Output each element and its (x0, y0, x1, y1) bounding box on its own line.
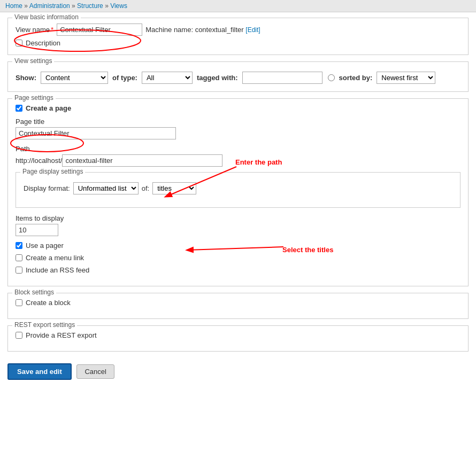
description-label: Description (26, 39, 60, 47)
view-basic-info-section: View basic information View name* Machin… (7, 18, 469, 55)
page-content: View basic information View name* Machin… (0, 12, 476, 391)
create-menu-link-row: Create a menu link (16, 254, 460, 262)
use-pager-row: Use a pager (16, 241, 460, 250)
provide-rest-row: Provide a REST export (16, 331, 460, 339)
create-block-label: Create a block (26, 299, 71, 307)
use-pager-label: Use a pager (26, 241, 64, 250)
block-settings-section: Block settings Create a block (7, 293, 469, 319)
path-base: http://localhost/ (16, 157, 62, 165)
show-label: Show: (16, 74, 36, 82)
of-select[interactable]: titles teasers full posts (152, 182, 196, 194)
page-title-row: Page title (16, 118, 460, 139)
description-checkbox[interactable] (16, 40, 22, 46)
breadcrumb-structure[interactable]: Structure (77, 2, 103, 10)
page-title-input[interactable] (16, 127, 176, 139)
view-settings-section: View settings Show: Content Users Taxono… (7, 61, 469, 92)
breadcrumb-home[interactable]: Home (5, 2, 22, 10)
items-to-display-row: Items to display (16, 214, 460, 236)
page-wrapper: Home » Administration » Structure » View… (0, 0, 476, 391)
of-type-select[interactable]: All Article Basic page (142, 72, 193, 84)
tagged-with-radio[interactable] (328, 74, 335, 81)
description-row: Description (16, 39, 460, 47)
view-settings-row: Show: Content Users Taxonomy terms of ty… (16, 72, 460, 84)
items-to-display-input[interactable] (16, 224, 58, 236)
sorted-by-label: sorted by: (339, 74, 373, 82)
path-input[interactable] (62, 154, 222, 167)
rest-export-legend: REST export settings (12, 321, 77, 329)
sorted-by-select[interactable]: Newest first Oldest first Title A-Z Titl… (377, 72, 435, 84)
provide-rest-checkbox[interactable] (16, 332, 22, 339)
include-rss-checkbox[interactable] (16, 267, 22, 274)
page-settings-section: Page settings Create a page Page title P… (7, 98, 469, 286)
use-pager-checkbox[interactable] (16, 242, 22, 249)
display-format-select[interactable]: Unformatted list HTML list Table Grid (73, 182, 139, 194)
of-type-label: of type: (112, 74, 137, 82)
create-block-row: Create a block (16, 299, 460, 307)
items-to-display-label: Items to display (16, 214, 460, 222)
view-name-row: View name* Machine name: contextual_filt… (16, 24, 460, 36)
breadcrumb-administration[interactable]: Administration (29, 2, 70, 10)
page-title-label: Page title (16, 118, 460, 126)
breadcrumb: Home » Administration » Structure » View… (0, 0, 476, 12)
create-page-checkbox[interactable] (16, 105, 22, 112)
path-input-row: http://localhost/ (16, 154, 460, 167)
create-block-checkbox[interactable] (16, 299, 22, 306)
create-menu-link-label: Create a menu link (26, 254, 84, 262)
view-settings-legend: View settings (12, 57, 54, 65)
display-format-row: Display format: Unformatted list HTML li… (24, 182, 452, 194)
view-name-label: View name* (16, 26, 53, 34)
page-display-settings-section: Page display settings Display format: Un… (16, 172, 460, 208)
create-page-label: Create a page (26, 104, 71, 112)
include-rss-label: Include an RSS feed (26, 266, 89, 274)
show-select[interactable]: Content Users Taxonomy terms (41, 72, 108, 84)
tagged-with-label: tagged with: (197, 74, 238, 82)
of-label: of: (142, 184, 149, 192)
block-settings-legend: Block settings (12, 289, 56, 296)
buttons-row: Save and edit Cancel (7, 358, 469, 385)
machine-name-edit-link[interactable]: [Edit] (245, 26, 260, 34)
page-settings-legend: Page settings (12, 94, 56, 102)
machine-name-display: Machine name: contextual_filter [Edit] (145, 26, 260, 34)
path-label: Path (16, 145, 460, 153)
save-and-edit-button[interactable]: Save and edit (7, 363, 72, 380)
view-basic-info-legend: View basic information (12, 13, 81, 21)
view-name-input[interactable] (57, 24, 142, 36)
include-rss-row: Include an RSS feed (16, 266, 460, 274)
provide-rest-label: Provide a REST export (26, 331, 97, 339)
create-menu-link-checkbox[interactable] (16, 254, 22, 261)
breadcrumb-views[interactable]: Views (110, 2, 127, 10)
create-page-row: Create a page (16, 104, 460, 112)
path-row: Path http://localhost/ (16, 145, 460, 167)
page-display-settings-legend: Page display settings (20, 168, 85, 175)
display-format-label: Display format: (24, 184, 70, 192)
cancel-button[interactable]: Cancel (76, 364, 114, 379)
required-star: * (51, 26, 53, 34)
tagged-with-input[interactable] (242, 72, 323, 84)
rest-export-settings-section: REST export settings Provide a REST expo… (7, 325, 469, 352)
